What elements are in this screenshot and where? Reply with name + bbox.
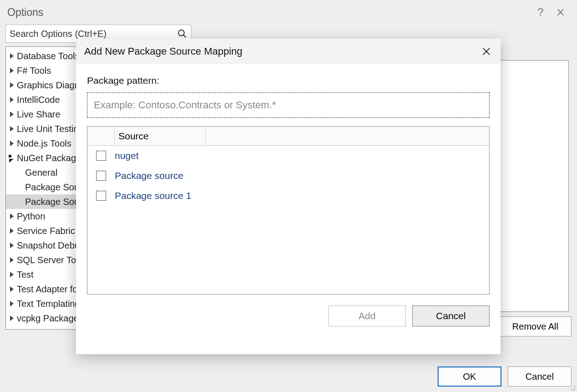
- chevron-right-icon[interactable]: [9, 140, 15, 147]
- dialog-title: Add New Package Source Mapping: [84, 46, 242, 57]
- source-checkbox[interactable]: [96, 171, 106, 181]
- tree-item-label: Live Unit Testing: [17, 124, 83, 134]
- source-checkbox[interactable]: [96, 151, 106, 161]
- cancel-button[interactable]: Cancel: [508, 367, 572, 387]
- dialog-close-icon[interactable]: [479, 44, 494, 59]
- source-name-header: Source: [115, 127, 206, 145]
- source-checkbox[interactable]: [96, 191, 106, 201]
- add-mapping-dialog: Add New Package Source Mapping Package p…: [76, 39, 500, 354]
- chevron-right-icon[interactable]: [9, 53, 15, 59]
- chevron-right-icon[interactable]: [9, 82, 15, 88]
- source-check-header: [87, 127, 115, 145]
- tree-item-label: Database Tools: [17, 51, 80, 61]
- chevron-right-icon[interactable]: [9, 67, 15, 74]
- chevron-right-icon[interactable]: [9, 213, 15, 219]
- chevron-right-icon[interactable]: [9, 242, 15, 249]
- source-row[interactable]: Package source: [87, 166, 489, 186]
- chevron-right-icon[interactable]: [9, 271, 15, 278]
- chevron-right-icon[interactable]: [9, 257, 15, 263]
- chevron-right-icon[interactable]: [9, 111, 15, 117]
- source-name: nuget: [115, 150, 139, 161]
- source-name: Package source: [115, 170, 184, 181]
- dialog-cancel-button[interactable]: Cancel: [412, 305, 490, 326]
- titlebar: Options ?: [0, 0, 577, 25]
- tree-item-label: General: [25, 168, 57, 178]
- svg-line-1: [184, 35, 186, 38]
- chevron-right-icon[interactable]: [9, 228, 15, 234]
- tree-item-label: Test: [17, 270, 34, 280]
- chevron-right-icon[interactable]: [9, 126, 15, 132]
- tree-item-label: Node.js Tools: [17, 138, 71, 149]
- chevron-right-icon[interactable]: [9, 300, 15, 307]
- remove-all-button[interactable]: Remove All: [499, 316, 572, 336]
- source-name: Package source 1: [115, 190, 191, 201]
- chevron-down-icon[interactable]: [9, 155, 15, 161]
- tree-item-label: Text Templating: [17, 299, 80, 309]
- chevron-right-icon[interactable]: [9, 286, 15, 292]
- chevron-right-icon[interactable]: [9, 97, 15, 103]
- pattern-label: Package pattern:: [87, 75, 490, 86]
- ok-button[interactable]: OK: [438, 367, 501, 387]
- pattern-input[interactable]: [87, 92, 490, 118]
- source-row[interactable]: nuget: [87, 146, 489, 166]
- svg-point-0: [179, 30, 184, 36]
- close-icon[interactable]: [551, 4, 571, 20]
- tree-item-label: Python: [17, 211, 45, 222]
- tree-item-label: F# Tools: [17, 66, 51, 76]
- chevron-right-icon[interactable]: [9, 315, 15, 321]
- help-icon[interactable]: ?: [531, 4, 551, 20]
- window-title: Options: [7, 6, 43, 19]
- search-icon: [177, 29, 187, 39]
- source-row[interactable]: Package source 1: [87, 186, 489, 206]
- resize-grip[interactable]: [569, 384, 575, 390]
- add-button[interactable]: Add: [328, 305, 406, 326]
- tree-item-label: IntelliCode: [17, 95, 60, 105]
- dialog-titlebar: Add New Package Source Mapping: [76, 39, 500, 64]
- search-input[interactable]: [10, 29, 177, 39]
- source-table: Source nugetPackage sourcePackage source…: [87, 126, 490, 295]
- tree-item-label: Live Share: [17, 109, 61, 120]
